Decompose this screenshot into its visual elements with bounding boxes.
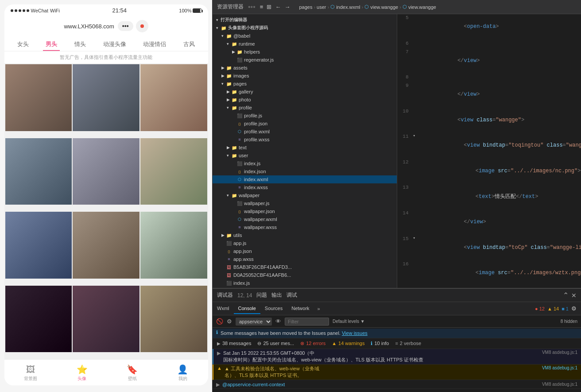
- file-profile-wxml-icon: ⬡: [236, 128, 243, 135]
- tree-regenerator[interactable]: ⬛ regenerator.js: [213, 56, 397, 64]
- nav-avatar[interactable]: ⭐ 头像: [77, 364, 88, 382]
- line-content-15: <view bindtap="toCp" class="wangge-list"…: [419, 235, 581, 261]
- tree-user-index-json[interactable]: {} index.json: [213, 167, 397, 175]
- tab-network[interactable]: Network: [287, 303, 314, 314]
- forward-icon[interactable]: →: [284, 4, 290, 10]
- tree-user-folder[interactable]: ▾ 📁 user: [213, 151, 397, 159]
- tree-user-index-js[interactable]: ⬛ index.js: [213, 159, 397, 167]
- tree-profile[interactable]: ▾ 📁 profile: [213, 104, 397, 112]
- count-messages[interactable]: ▶ 38 messages: [217, 340, 251, 347]
- devtools-output-label[interactable]: 输出: [271, 291, 282, 299]
- tree-profile-js[interactable]: ⬛ profile.js: [213, 112, 397, 120]
- tree-project-root[interactable]: ▾ 📁 头像套图小程序源码: [213, 24, 397, 32]
- arrow-profile: ▾: [227, 105, 231, 110]
- nav-mine[interactable]: 👤 我的: [177, 364, 188, 382]
- tree-utils[interactable]: ▶ 📁 utils: [213, 231, 397, 239]
- tree-app-wxss[interactable]: ≡ app.wxss: [213, 255, 397, 263]
- tab-console[interactable]: Console: [234, 303, 260, 314]
- photo-item[interactable]: [5, 64, 72, 131]
- tab-anime-couple[interactable]: 动漫情侣: [140, 39, 169, 51]
- count-warnings[interactable]: ▲ 14 warnings: [332, 340, 364, 347]
- tree-d0a2-file[interactable]: 🖼 D0A25052CBF41AAFB6...: [213, 271, 397, 279]
- photo-item[interactable]: [140, 64, 207, 131]
- photo-item[interactable]: [5, 212, 72, 279]
- tree-user-index-wxml[interactable]: ⬡ index.wxml: [213, 175, 397, 183]
- photo-item[interactable]: [73, 286, 139, 353]
- tree-wallpaper-js[interactable]: ⬛ wallpaper.js: [213, 199, 397, 207]
- photo-item[interactable]: [5, 286, 72, 353]
- tab-male-head[interactable]: 男头: [43, 39, 60, 51]
- grid-icon[interactable]: ⊞: [267, 4, 271, 10]
- photo-item[interactable]: [140, 138, 207, 205]
- console-msg-timestamp: ▶ Sat Jan 15 2022 21:53:55 GMT+0800（中 VM…: [213, 349, 581, 365]
- tree-wallpaper-wxml[interactable]: ⬡ wallpaper.wxml: [213, 215, 397, 223]
- fold-arrow-11[interactable]: ▾: [413, 133, 419, 139]
- photo-item[interactable]: [73, 212, 139, 279]
- tab-ancient[interactable]: 古风: [181, 39, 198, 51]
- tree-section-open-editors[interactable]: ▾ 打开的编辑器: [213, 16, 397, 24]
- tree-profile-json[interactable]: {} profile.json: [213, 120, 397, 128]
- devtools-debugger-label[interactable]: 调试器: [217, 291, 233, 299]
- count-errors-label: 12 errors: [306, 341, 325, 346]
- photo-item[interactable]: [5, 138, 72, 205]
- tab-sources[interactable]: Sources: [260, 303, 287, 314]
- list-icon[interactable]: ≡: [260, 4, 263, 10]
- app-js-label: app.js: [233, 241, 246, 246]
- more-button[interactable]: •••: [118, 21, 133, 31]
- photo-item[interactable]: [73, 64, 139, 131]
- tab-wxml[interactable]: Wxml: [213, 303, 234, 314]
- more-tabs-icon[interactable]: »: [314, 306, 324, 311]
- file-tree[interactable]: ▾ 打开的编辑器 ▾ 📁 头像套图小程序源码 ▾ 📁 @babel: [213, 14, 397, 288]
- tree-wallpaper-wxss[interactable]: ≡ wallpaper.wxss: [213, 223, 397, 231]
- wallpaper-label: 壁纸: [128, 376, 137, 382]
- nav-wallpaper[interactable]: 🔖 壁纸: [127, 364, 138, 382]
- nav-backgrounds[interactable]: 🖼 背景图: [24, 365, 37, 382]
- badge-blue: ■ 1: [562, 306, 569, 311]
- count-user-mes[interactable]: ⊖ 25 user mes...: [257, 340, 294, 347]
- tree-app-json[interactable]: {} app.json: [213, 247, 397, 255]
- fold-arrow-15[interactable]: ▾: [413, 235, 419, 241]
- tree-root-index-js[interactable]: ⬛ index.js: [213, 279, 397, 287]
- close-devtools-button[interactable]: ✕: [571, 292, 577, 299]
- settings-gear-icon[interactable]: ⚙: [571, 305, 577, 312]
- console-context-select[interactable]: appservice: [236, 318, 272, 326]
- tree-assets[interactable]: ▶ 📁 assets: [213, 64, 397, 72]
- tree-gallery[interactable]: ▶ 📁 gallery: [213, 88, 397, 96]
- tab-couple-head[interactable]: 情头: [72, 39, 89, 51]
- tree-profile-wxml[interactable]: ⬡ profile.wxml: [213, 128, 397, 136]
- count-warnings-label: 14 warnings: [338, 341, 364, 346]
- count-errors[interactable]: ⊗ 12 errors: [300, 340, 325, 347]
- tab-female-head[interactable]: 女头: [15, 39, 31, 51]
- devtools-problem-label[interactable]: 问题: [256, 291, 267, 299]
- photo-item[interactable]: [140, 286, 207, 353]
- count-info[interactable]: ℹ 10 info: [371, 340, 389, 347]
- count-verbose[interactable]: ≡ 2 verbose: [395, 340, 421, 347]
- clear-console-icon[interactable]: 🚫: [216, 318, 223, 325]
- console-eye-icon[interactable]: 👁: [275, 318, 281, 325]
- console-filter-input[interactable]: [285, 318, 329, 326]
- tree-photo[interactable]: ▶ 📁 photo: [213, 96, 397, 104]
- photo-item[interactable]: [140, 212, 207, 279]
- tree-user-index-wxss[interactable]: ≡ index.wxss: [213, 183, 397, 191]
- tree-pages[interactable]: ▾ 📁 pages: [213, 80, 397, 88]
- tree-b5ab-file[interactable]: 🖼 B5AB3F26CBF41AAFD3...: [213, 263, 397, 271]
- tree-babel[interactable]: ▾ 📁 @babel: [213, 32, 397, 40]
- tree-wallpaper-folder[interactable]: ▾ 📁 wallpaper: [213, 191, 397, 199]
- photo-item[interactable]: [73, 138, 139, 205]
- tree-profile-wxss[interactable]: ≡ profile.wxss: [213, 136, 397, 144]
- tab-anime-avatar[interactable]: 动漫头像: [101, 39, 129, 51]
- view-issues-link[interactable]: View issues: [342, 330, 368, 336]
- default-levels-select[interactable]: Default levels ▼: [333, 319, 365, 324]
- record-button[interactable]: [136, 20, 148, 32]
- back-icon[interactable]: ←: [275, 4, 281, 10]
- tree-text-folder[interactable]: ▶ 📁 text: [213, 144, 397, 151]
- tree-helpers[interactable]: ▶ 📁 helpers: [213, 48, 397, 56]
- expand-devtools-icon[interactable]: ⌃: [563, 291, 569, 299]
- code-editor-view[interactable]: 5 <open-data> 6 7 </view>: [397, 14, 581, 288]
- tree-images[interactable]: ▶ 📁 images: [213, 72, 397, 80]
- devtools-debug-label[interactable]: 调试: [287, 291, 297, 299]
- console-settings-icon[interactable]: ⚙: [227, 318, 232, 325]
- tree-wallpaper-json[interactable]: {} wallpaper.json: [213, 207, 397, 215]
- tree-runtime[interactable]: ▾ 📁 runtime: [213, 40, 397, 48]
- tree-app-js[interactable]: ⬛ app.js: [213, 239, 397, 247]
